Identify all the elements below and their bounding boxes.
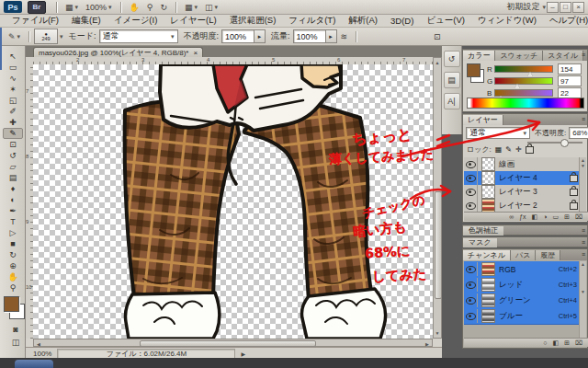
color-spectrum-ramp[interactable] <box>467 98 584 109</box>
menu-file[interactable]: ファイル(F) <box>6 15 65 27</box>
menu-select[interactable]: 選択範囲(S) <box>223 15 283 27</box>
layer-row-layer4[interactable]: レイヤー 4 <box>464 171 582 186</box>
vertical-scroll-thumb[interactable] <box>435 191 442 299</box>
channels-scrollbar[interactable]: ▲▼ <box>579 261 586 339</box>
close-button[interactable]: × <box>572 2 584 13</box>
lock-transparent-icon[interactable]: ▦ <box>495 145 503 154</box>
zoom-level-dropdown[interactable]: 100% ▾ <box>82 1 116 13</box>
visibility-toggle[interactable] <box>464 309 478 323</box>
tool-hand[interactable]: ✋ <box>3 271 23 282</box>
airbrush-toggle[interactable]: ≋ <box>337 30 352 42</box>
menu-analysis[interactable]: 解析(A) <box>342 15 384 27</box>
tool-zoom[interactable]: ⚲ <box>3 282 23 293</box>
visibility-toggle[interactable] <box>464 199 478 213</box>
screen-mode-button[interactable]: ◫ ▾ <box>201 1 221 13</box>
load-selection-icon[interactable]: ○ <box>543 339 547 346</box>
tab-paths[interactable]: パス <box>511 250 536 260</box>
foreground-color-swatch[interactable] <box>4 296 19 312</box>
vertical-scrollbar[interactable]: ▲ ▼ <box>433 57 442 339</box>
channel-row-blue[interactable]: ブルー Ctrl+5 <box>464 308 582 325</box>
dock-character-panel-button[interactable]: A| <box>444 93 460 109</box>
zoom-tool-button[interactable]: ⚲ <box>143 1 157 13</box>
tool-clone-stamp[interactable]: ⊡ <box>3 139 23 150</box>
view-extras-button[interactable]: ▦ ▾ <box>62 1 82 13</box>
tool-healing-brush[interactable]: ✚ <box>3 117 23 128</box>
layer-row-lineart[interactable]: 線画 <box>464 157 582 172</box>
tool-path-selection[interactable]: ▷ <box>3 227 23 238</box>
tool-lasso[interactable]: ∿ <box>3 73 23 84</box>
lock-position-icon[interactable]: ✛ <box>515 145 522 154</box>
tab-close-icon[interactable]: × <box>193 49 198 57</box>
tool-blur[interactable]: ♦ <box>3 183 23 194</box>
new-layer-icon[interactable]: ⊞ <box>564 213 570 221</box>
flow-input[interactable]: 100% <box>293 29 326 43</box>
tab-color[interactable]: カラー <box>463 51 495 61</box>
adjustments-panel-header[interactable]: 色調補正 ≡ <box>462 224 588 236</box>
save-selection-icon[interactable]: ◧ <box>552 339 559 347</box>
tool-eyedropper[interactable]: ✐ <box>3 106 23 117</box>
quick-mask-button[interactable]: ◙ <box>6 324 26 335</box>
tool-history-brush[interactable]: ↺ <box>3 150 23 161</box>
tool-crop[interactable]: ◱ <box>3 95 23 106</box>
tab-channels[interactable]: チャンネル <box>463 250 511 260</box>
panel-menu-icon[interactable]: ≡ <box>582 116 585 122</box>
brush-tool-preset[interactable]: ✎ ▾ <box>5 30 24 42</box>
menu-help[interactable]: ヘルプ(H) <box>543 15 588 27</box>
tool-3d-rotate[interactable]: ↻ <box>3 249 23 260</box>
tool-brush[interactable]: ✎ <box>3 128 23 139</box>
visibility-toggle[interactable] <box>464 293 478 307</box>
layers-blend-mode-dropdown[interactable]: 通常 ▾ <box>466 127 530 139</box>
layer-row-layer3[interactable]: レイヤー 3 <box>464 185 582 200</box>
delete-channel-icon[interactable]: ⌧ <box>575 339 582 347</box>
panel-menu-icon[interactable]: ≡ <box>582 52 585 58</box>
layer-thumbnail[interactable] <box>481 171 495 185</box>
green-slider[interactable] <box>494 77 553 85</box>
menu-filter[interactable]: フィルタ(T) <box>282 15 342 27</box>
screen-mode-toggle[interactable]: ◫ <box>6 337 26 348</box>
tool-marquee[interactable]: ▭ <box>3 62 23 73</box>
add-mask-icon[interactable]: ◧ <box>532 213 538 221</box>
layers-scrollbar[interactable]: ▲▼ <box>579 157 586 213</box>
layers-opacity-input[interactable]: 68% <box>569 127 588 139</box>
visibility-toggle[interactable] <box>464 157 478 171</box>
restore-button[interactable]: □ <box>560 2 571 13</box>
red-value[interactable]: 154 <box>558 63 582 75</box>
visibility-toggle[interactable] <box>464 171 478 185</box>
menu-3d[interactable]: 3D(D) <box>384 16 420 26</box>
horizontal-scrollbar[interactable]: ◀ ▶ <box>33 339 433 347</box>
visibility-toggle[interactable] <box>464 278 478 292</box>
tool-eraser[interactable]: ▱ <box>3 161 23 172</box>
red-slider[interactable] <box>494 65 553 73</box>
tool-type[interactable]: T <box>3 216 23 227</box>
scroll-up-icon[interactable]: ▲ <box>434 59 441 66</box>
menu-view[interactable]: ビュー(V) <box>420 15 471 27</box>
status-menu-icon[interactable]: ▶ <box>241 351 245 357</box>
dock-brushes-panel-button[interactable]: ▤ <box>444 72 460 88</box>
bridge-icon[interactable]: Br <box>28 1 46 14</box>
rotate-view-button[interactable]: ↻ <box>156 1 171 13</box>
tool-dodge[interactable]: ◐ <box>3 194 23 205</box>
brush-preset-picker[interactable]: ● 249 <box>34 29 58 44</box>
dock-history-panel-button[interactable]: ↺ <box>444 51 460 67</box>
status-zoom-field[interactable]: 100% <box>33 350 51 358</box>
new-group-icon[interactable]: ▭ <box>552 213 559 221</box>
toggle-brushes-panel-button[interactable]: ⊡ <box>430 30 445 42</box>
masks-panel-header[interactable]: マスク ≡ <box>462 236 588 247</box>
layer-style-icon[interactable]: ƒx <box>519 213 526 220</box>
layer-thumbnail[interactable] <box>481 157 495 171</box>
hand-tool-button[interactable]: ✋ <box>126 1 143 13</box>
channel-row-red[interactable]: レッド Ctrl+3 <box>464 277 582 293</box>
menu-layer[interactable]: レイヤー(L) <box>164 15 222 27</box>
lock-pixels-icon[interactable]: ✎ <box>505 145 512 154</box>
blue-slider[interactable] <box>494 89 553 97</box>
new-channel-icon[interactable]: ⊞ <box>564 339 570 347</box>
green-value[interactable]: 97 <box>558 75 582 86</box>
visibility-toggle[interactable] <box>464 262 478 276</box>
channel-row-green[interactable]: グリーン Ctrl+4 <box>464 293 582 309</box>
foreground-swatch[interactable] <box>467 63 481 77</box>
taskbar-item[interactable] <box>15 360 53 368</box>
tab-styles[interactable]: スタイル <box>543 51 583 61</box>
arrange-documents-button[interactable]: ▦ ▾ <box>181 1 201 13</box>
delete-layer-icon[interactable]: ⌧ <box>575 213 582 221</box>
opacity-slider-knob[interactable] <box>560 139 569 147</box>
